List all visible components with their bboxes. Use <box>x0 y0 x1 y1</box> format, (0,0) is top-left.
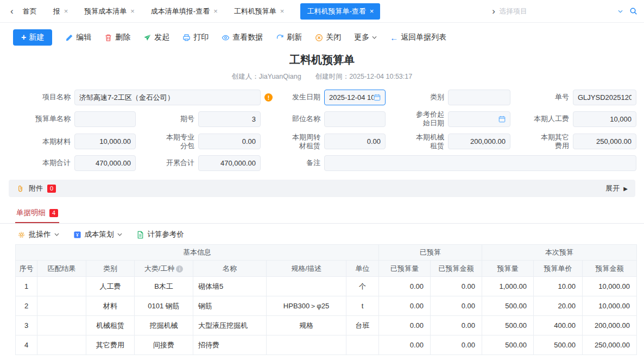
created-value: 2025-12-04 10:53:17 <box>349 73 412 80</box>
expand-button[interactable]: 展开 ▶ <box>605 183 628 193</box>
cell-unit <box>346 335 379 355</box>
col-name: 名称 <box>193 261 267 277</box>
calc-ref-price-label: 计算参考价 <box>148 230 185 239</box>
scroll-right-icon[interactable]: › <box>488 6 499 17</box>
launch-button-label: 发起 <box>154 33 169 42</box>
period-total-field[interactable]: 470,000.00 <box>74 155 136 171</box>
subcontract-cost-field[interactable]: 0.00 <box>198 134 261 149</box>
cell-budgeted-amount: 0.00 <box>431 277 482 296</box>
table-column-header: 序号 匹配结果 类别 大类/工种i 名称 规格/描述 单位 已预算量 已预算金额… <box>16 261 637 277</box>
budget-name-field[interactable] <box>74 111 136 127</box>
triangle-right-icon: ▶ <box>623 186 628 192</box>
plus-icon: + <box>21 33 26 42</box>
table-row[interactable]: 2 材料 0101 钢筋 钢筋 HPB300＞φ25 t 0.00 0.00 5… <box>16 296 637 316</box>
labor-cost-label: 本期人工费 <box>514 115 569 123</box>
tab-truncated[interactable]: 报× <box>53 7 68 16</box>
tab-lmm-budget-view[interactable]: 工料机预算单-查看× <box>300 3 380 20</box>
print-button[interactable]: 打印 <box>182 33 209 42</box>
edit-button-label: 编辑 <box>76 33 91 42</box>
doc-no-field[interactable]: GLJYSD202512040 <box>573 90 636 105</box>
tab-label: 工料机预算单-查看 <box>307 7 365 16</box>
project-name-field[interactable]: 济邹高速7-2工区（金石公司） ! <box>74 90 261 105</box>
chevron-down-icon <box>117 233 122 236</box>
material-cost-field[interactable]: 10,000.00 <box>74 134 136 149</box>
more-button[interactable]: 更多 <box>354 33 377 42</box>
tab-lmm-budget[interactable]: 工料机预算单× <box>234 7 285 16</box>
col-unit: 单位 <box>346 261 379 277</box>
delete-button[interactable]: 删除 <box>104 33 130 42</box>
more-button-label: 更多 <box>354 33 369 42</box>
remark-field[interactable] <box>324 155 636 171</box>
cost-plan-button[interactable]: 成本策划 <box>73 230 122 239</box>
back-button[interactable]: ← 返回单据列表 <box>390 33 446 42</box>
info-icon: i <box>176 265 183 273</box>
project-select[interactable]: 选择项目 <box>499 7 623 16</box>
new-button[interactable]: +新建 <box>13 29 52 46</box>
category-field[interactable] <box>448 90 510 105</box>
scroll-left-icon[interactable]: ‹ <box>7 6 17 17</box>
cell-match-result <box>37 335 86 355</box>
close-icon[interactable]: × <box>280 7 285 15</box>
cell-budget-qty: 500.00 <box>482 316 534 335</box>
cell-budgeted-amount: 0.00 <box>431 296 482 316</box>
period-no-label: 期号 <box>140 115 194 123</box>
cumulative-total-label: 开累合计 <box>140 159 194 167</box>
material-cost-value: 10,000.00 <box>99 137 131 145</box>
col-budget-qty: 预算量 <box>482 261 534 277</box>
machine-rent-field[interactable]: 200,000.00 <box>448 134 510 149</box>
edit-button[interactable]: 编辑 <box>65 33 91 42</box>
cell-budget-amount: 200,000.00 <box>583 316 637 335</box>
cumulative-total-field[interactable]: 470,000.00 <box>198 155 261 171</box>
ref-price-start-field[interactable] <box>448 111 510 127</box>
tab-budget-cost-list[interactable]: 预算成本清单× <box>84 7 135 16</box>
print-button-label: 打印 <box>193 33 209 42</box>
view-data-button[interactable]: 查看数据 <box>222 33 263 42</box>
table-row[interactable]: 1 人工费 B木工 砌体墙5 个 0.00 0.00 1,000.00 10.0… <box>16 277 637 296</box>
refresh-button[interactable]: 刷新 <box>276 33 302 42</box>
tab-cost-list-fill-view[interactable]: 成本清单填报-查看× <box>151 7 218 16</box>
close-icon[interactable]: × <box>64 7 68 15</box>
attachment-icon <box>16 185 24 193</box>
group-budgeted: 已预算 <box>379 245 482 261</box>
turnover-rent-label: 本期周转 材租赁 <box>264 133 320 151</box>
launch-button[interactable]: 发起 <box>143 33 169 42</box>
back-button-label: 返回单据列表 <box>401 33 446 42</box>
cell-unit: 个 <box>346 277 379 296</box>
cell-budget-price: 20.00 <box>534 296 583 316</box>
attachment-bar[interactable]: 附件 0 展开 ▶ <box>9 180 635 197</box>
occur-date-field[interactable]: 2025-12-04 10: <box>324 90 386 105</box>
col-category: 类别 <box>86 261 135 277</box>
tab-home[interactable]: 首页 <box>23 7 37 16</box>
tab-detail[interactable]: 单据明细 4 <box>15 204 59 223</box>
expand-label: 展开 <box>605 183 620 193</box>
creator-label: 创建人： <box>232 73 259 80</box>
calc-ref-price-button[interactable]: 计算参考价 <box>136 230 185 239</box>
close-button[interactable]: 关闭 <box>315 33 341 42</box>
calendar-icon <box>498 116 506 123</box>
part-name-label: 部位名称 <box>264 115 320 123</box>
period-no-field[interactable]: 3 <box>198 111 261 127</box>
close-icon[interactable]: × <box>213 7 218 15</box>
cell-name: 钢筋 <box>193 296 267 316</box>
table-group-header: 基本信息 已预算 本次预算 <box>16 245 637 261</box>
close-icon[interactable]: × <box>370 7 374 15</box>
cell-spec <box>267 277 346 296</box>
refresh-button-label: 刷新 <box>287 33 302 42</box>
labor-cost-field[interactable]: 10,000 <box>573 111 636 127</box>
cell-budget-price: 10.00 <box>534 277 583 296</box>
turnover-rent-field[interactable]: 0.00 <box>324 134 386 149</box>
other-cost-field[interactable]: 250,000.00 <box>573 134 636 149</box>
machine-rent-value: 200,000.00 <box>470 137 506 145</box>
search-icon[interactable] <box>629 7 637 15</box>
table-row[interactable]: 3 机械租赁 挖掘机械 大型液压挖掘机 规格 台班 0.00 0.00 500.… <box>16 316 637 335</box>
close-icon[interactable]: × <box>130 7 135 15</box>
cell-unit: t <box>346 296 379 316</box>
cell-budget-amount: 250,000.00 <box>583 335 637 355</box>
table-row[interactable]: 4 其它费用 间接费 招待费 0.00 0.00 500.00 500.00 2… <box>16 335 637 355</box>
col-seq: 序号 <box>16 261 37 277</box>
doc-no-label: 单号 <box>514 93 569 102</box>
part-name-field[interactable] <box>324 111 386 127</box>
chevron-down-icon <box>618 10 623 13</box>
batch-ops-button[interactable]: 批操作 <box>17 230 59 239</box>
subcontract-cost-label: 本期专业 分包 <box>140 133 194 151</box>
